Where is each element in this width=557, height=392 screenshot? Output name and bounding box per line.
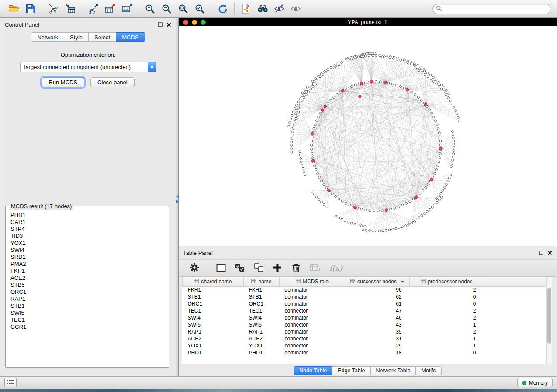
table-row[interactable]: SWI5SWI5connector431 bbox=[183, 321, 546, 328]
float-panel-icon[interactable] bbox=[158, 22, 163, 27]
mcds-result-item[interactable]: TEC1 bbox=[10, 316, 164, 323]
table-tab-node-table[interactable]: Node Table bbox=[294, 366, 332, 375]
mcds-result-item[interactable]: ACE2 bbox=[10, 275, 164, 282]
function-builder-label[interactable]: f(x) bbox=[329, 264, 342, 272]
show-view-button[interactable] bbox=[287, 2, 304, 16]
column-header-MCDS-role[interactable]: MCDS role bbox=[280, 277, 345, 286]
minimize-window-icon[interactable] bbox=[192, 20, 197, 25]
table-panel: Table Panel f(x) bbox=[179, 246, 557, 376]
table-row[interactable]: YOX1YOX1connector291 bbox=[183, 342, 546, 349]
add-column-button[interactable] bbox=[271, 262, 284, 274]
memory-status-dot bbox=[522, 381, 526, 385]
network-canvas[interactable] bbox=[179, 26, 557, 246]
zoom-out-button[interactable] bbox=[158, 2, 175, 16]
table-tab-edge-table[interactable]: Edge Table bbox=[332, 366, 370, 375]
table-tab-motifs[interactable]: Motifs bbox=[416, 366, 441, 375]
control-panel-title: Control Panel bbox=[5, 21, 39, 28]
column-header-name[interactable]: name bbox=[244, 277, 280, 286]
find-button[interactable] bbox=[254, 2, 271, 16]
table-row[interactable]: PHD1PHD1dominator180 bbox=[183, 349, 546, 356]
mcds-result-item[interactable]: TID3 bbox=[10, 233, 164, 240]
maximize-window-icon[interactable] bbox=[201, 20, 206, 25]
panel-splitter[interactable] bbox=[176, 18, 179, 376]
table-grid-icon bbox=[194, 279, 199, 285]
search-box[interactable] bbox=[432, 4, 551, 14]
tab-network[interactable]: Network bbox=[31, 32, 64, 42]
table-row[interactable]: TEC1TEC1connector472 bbox=[183, 307, 546, 314]
table-tab-network-table[interactable]: Network Table bbox=[371, 366, 416, 375]
table-row[interactable]: STB1STB1dominator620 bbox=[183, 293, 546, 300]
table-grid-icon bbox=[421, 279, 426, 285]
close-panel-button[interactable]: Close panel bbox=[90, 77, 135, 87]
mcds-result-item[interactable]: RAP1 bbox=[10, 296, 164, 303]
memory-button[interactable]: Memory bbox=[517, 378, 553, 387]
deselect-all-button[interactable] bbox=[253, 262, 265, 274]
tab-mcds[interactable]: MCDS bbox=[116, 32, 145, 42]
save-icon bbox=[25, 3, 36, 14]
search-input[interactable] bbox=[444, 6, 548, 12]
hide-view-button[interactable] bbox=[271, 2, 287, 16]
mcds-result-item[interactable]: SRD1 bbox=[10, 254, 164, 261]
zoom-in-button[interactable] bbox=[142, 2, 158, 16]
mcds-result-item[interactable]: STB1 bbox=[10, 303, 164, 309]
column-header-predecessor-nodes[interactable]: predecessor nodes bbox=[410, 277, 484, 286]
status-menu-button[interactable] bbox=[4, 378, 17, 387]
mcds-result-item[interactable]: PMA2 bbox=[10, 261, 164, 268]
node-table[interactable]: shared namenameMCDS rolesuccessor nodesp… bbox=[182, 277, 552, 364]
toolbar-separator bbox=[211, 3, 211, 15]
export-table-button[interactable] bbox=[102, 2, 118, 16]
table-settings-button[interactable] bbox=[188, 262, 201, 274]
select-all-button[interactable] bbox=[234, 262, 246, 274]
mcds-result-item[interactable]: ORC1 bbox=[10, 289, 164, 296]
mcds-result-item[interactable]: GCR1 bbox=[10, 323, 164, 330]
show-columns-button[interactable] bbox=[215, 262, 227, 274]
table-row[interactable]: RAP1RAP1dominator352 bbox=[183, 328, 546, 335]
main-toolbar bbox=[0, 0, 557, 18]
tab-style[interactable]: Style bbox=[64, 32, 89, 42]
open-session-button[interactable] bbox=[6, 2, 22, 16]
export-network-button[interactable] bbox=[85, 2, 102, 16]
refresh-button[interactable] bbox=[214, 2, 231, 16]
delete-column-button[interactable] bbox=[290, 262, 302, 274]
float-table-panel-icon[interactable] bbox=[539, 251, 543, 255]
mcds-result-item[interactable]: FKH1 bbox=[10, 268, 164, 275]
mcds-result-item[interactable]: SWI4 bbox=[10, 247, 164, 254]
scrollbar-thumb[interactable] bbox=[547, 288, 551, 344]
zoom-in-icon bbox=[145, 3, 155, 14]
network-graph[interactable] bbox=[179, 26, 557, 246]
import-table-button[interactable] bbox=[62, 2, 79, 16]
close-table-panel-icon[interactable] bbox=[547, 251, 552, 255]
delete-table-button[interactable] bbox=[309, 262, 321, 274]
import-network-button[interactable] bbox=[45, 2, 62, 16]
tab-select[interactable]: Select bbox=[89, 32, 116, 42]
network-window-titlebar[interactable]: YPA_prune.txt_1 bbox=[179, 18, 557, 26]
mcds-result-item[interactable]: YOX1 bbox=[10, 240, 164, 247]
sort-chevron-icon[interactable] bbox=[401, 281, 404, 283]
mcds-result-item[interactable]: SWI5 bbox=[10, 309, 164, 316]
criterion-dropdown[interactable]: largest connected component (undirected) bbox=[20, 62, 156, 72]
zoom-fit-button[interactable] bbox=[175, 2, 191, 16]
zoom-selected-icon bbox=[194, 3, 205, 14]
save-session-button[interactable] bbox=[22, 2, 39, 16]
table-row[interactable]: FKH1FKH1dominator962 bbox=[183, 286, 546, 293]
control-panel-tabs: NetworkStyleSelectMCDS bbox=[0, 32, 176, 42]
column-header-shared-name[interactable]: shared name bbox=[183, 277, 244, 286]
toolbar-separator bbox=[42, 3, 42, 15]
mcds-result-item[interactable]: STB5 bbox=[10, 282, 164, 289]
mcds-result-item[interactable]: CAR1 bbox=[10, 219, 164, 226]
table-scrollbar[interactable] bbox=[546, 277, 552, 364]
mcds-result-list[interactable]: PHD1CAR1STP4TID3YOX1SWI4SRD1PMA2FKH1ACE2… bbox=[7, 211, 167, 366]
close-panel-icon[interactable] bbox=[166, 22, 171, 27]
zoom-selected-button[interactable] bbox=[191, 2, 208, 16]
table-row[interactable]: ORC1ORC1dominator610 bbox=[183, 300, 546, 307]
mcds-result-item[interactable]: STP4 bbox=[10, 226, 164, 233]
run-mcds-button[interactable]: Run MCDS bbox=[42, 77, 84, 87]
table-row[interactable]: SWI4SWI4dominator462 bbox=[183, 314, 546, 321]
close-window-icon[interactable] bbox=[183, 20, 188, 25]
column-header-successor-nodes[interactable]: successor nodes bbox=[345, 277, 410, 286]
share-document-button[interactable] bbox=[238, 2, 254, 16]
export-image-button[interactable] bbox=[118, 2, 135, 16]
import-table-icon bbox=[65, 3, 76, 14]
mcds-result-item[interactable]: PHD1 bbox=[10, 212, 164, 219]
table-row[interactable]: ACE2ACE2connector311 bbox=[183, 335, 546, 342]
